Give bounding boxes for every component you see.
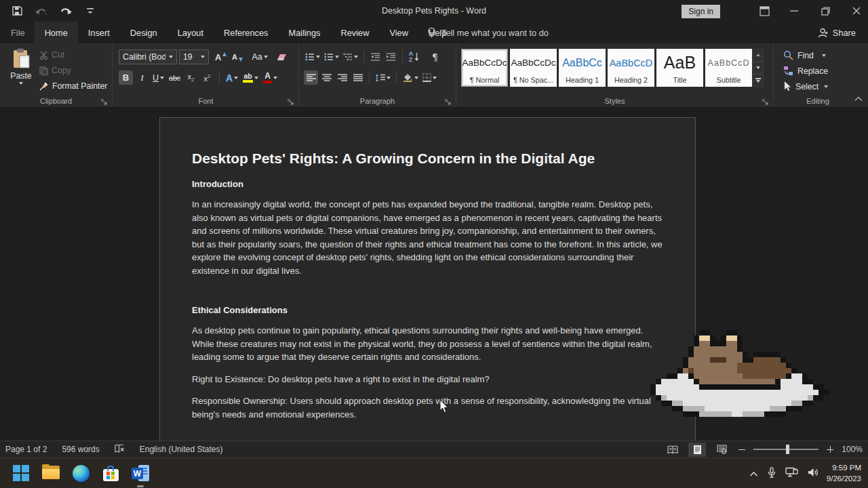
paragraph-dialog-launcher-icon[interactable]	[445, 96, 453, 104]
paste-button[interactable]: Paste	[7, 48, 35, 97]
clipboard-dialog-launcher-icon[interactable]	[101, 96, 109, 104]
italic-button[interactable]: I	[135, 70, 149, 85]
tab-references[interactable]: References	[214, 22, 278, 43]
web-layout-button[interactable]	[713, 443, 730, 457]
styles-group-label: Styles	[456, 97, 773, 105]
tell-me-box[interactable]: Tell me what you want to do	[427, 22, 549, 43]
style-normal[interactable]: AaBbCcDc ¶ Normal	[461, 49, 508, 87]
bullets-button[interactable]	[304, 49, 321, 64]
line-spacing-button[interactable]	[374, 70, 392, 85]
tab-review[interactable]: Review	[330, 22, 379, 43]
document-area[interactable]: Desktop Pets' Rights: A Growing Concern …	[0, 108, 868, 441]
file-explorer-icon[interactable]	[42, 464, 60, 482]
document-page[interactable]: Desktop Pets' Rights: A Growing Concern …	[159, 117, 696, 441]
align-left-button[interactable]	[304, 70, 318, 85]
zoom-slider[interactable]	[753, 449, 818, 450]
select-button[interactable]: Select	[783, 81, 828, 92]
style-subtitle[interactable]: AaBbCcD Subtitle	[705, 49, 752, 87]
sign-in-button[interactable]: Sign in	[682, 5, 720, 18]
clear-formatting-button[interactable]	[275, 50, 290, 64]
tab-file[interactable]: File	[1, 22, 35, 43]
justify-button[interactable]	[351, 70, 365, 85]
proofing-status-icon[interactable]	[115, 444, 125, 455]
text-effects-button[interactable]: A	[224, 70, 239, 85]
change-case-button[interactable]: Aa	[250, 50, 269, 64]
redo-icon[interactable]	[58, 3, 73, 18]
strikethrough-button[interactable]: abc	[167, 70, 182, 85]
clipboard-group: Paste Cut Copy Format Painter Clipboard	[0, 43, 113, 107]
tab-mailings[interactable]: Mailings	[279, 22, 331, 43]
find-button[interactable]: Find	[783, 50, 826, 60]
font-color-button[interactable]: A	[262, 70, 279, 85]
tab-layout[interactable]: Layout	[167, 22, 214, 43]
style-heading-1[interactable]: AaBbCc Heading 1	[559, 49, 606, 87]
font-dialog-launcher-icon[interactable]	[288, 96, 296, 104]
page-indicator[interactable]: Page 1 of 2	[5, 445, 47, 454]
volume-icon[interactable]	[808, 468, 819, 480]
desktop-pet-pixel-cat[interactable]	[650, 330, 829, 417]
zoom-percentage[interactable]: 100%	[842, 445, 863, 454]
styles-scroll-up-icon[interactable]	[753, 49, 764, 62]
align-right-button[interactable]	[335, 70, 349, 85]
network-icon[interactable]	[785, 467, 798, 480]
start-button[interactable]	[12, 464, 30, 482]
styles-gallery-expand-icon[interactable]	[753, 74, 764, 87]
copy-icon	[39, 66, 48, 75]
styles-scroll-down-icon[interactable]	[753, 62, 764, 75]
ribbon-display-options-icon[interactable]	[753, 0, 776, 22]
close-button[interactable]	[845, 0, 868, 22]
tab-view[interactable]: View	[379, 22, 418, 43]
format-painter-button[interactable]: Format Painter	[39, 80, 107, 92]
style-title[interactable]: AaB Title	[656, 49, 703, 87]
increase-indent-button[interactable]	[384, 49, 398, 64]
edge-browser-icon[interactable]	[72, 464, 90, 482]
style-no-spacing[interactable]: AaBbCcDc ¶ No Spac...	[510, 49, 557, 87]
active-app-indicator	[137, 485, 144, 487]
word-taskbar-icon[interactable]: W	[132, 464, 149, 482]
tab-home[interactable]: Home	[35, 22, 78, 43]
minimize-button[interactable]	[783, 0, 806, 22]
word-count[interactable]: 596 words	[62, 445, 99, 454]
replace-button[interactable]: Replace	[783, 66, 828, 76]
bold-button[interactable]: B	[119, 70, 133, 85]
borders-grid-icon	[422, 73, 431, 82]
microsoft-store-icon[interactable]	[102, 464, 119, 482]
paste-dropdown-arrow[interactable]	[19, 82, 23, 85]
share-button[interactable]: Share	[818, 22, 856, 43]
borders-button[interactable]	[421, 70, 438, 85]
decrease-indent-button[interactable]	[368, 49, 382, 64]
read-mode-button[interactable]	[664, 443, 682, 457]
font-name-combobox[interactable]: Calibri (Body	[119, 49, 177, 64]
show-paragraph-marks-button[interactable]: ¶	[428, 49, 442, 64]
language-indicator[interactable]: English (United States)	[140, 445, 223, 454]
tab-design[interactable]: Design	[120, 22, 167, 43]
multilevel-list-button[interactable]	[342, 49, 359, 64]
style-heading-2[interactable]: AaBbCcD Heading 2	[608, 49, 654, 87]
text-highlight-button[interactable]: ab	[241, 70, 260, 85]
underline-button[interactable]: U	[151, 70, 165, 85]
sort-button[interactable]: AZ	[407, 49, 421, 64]
restore-button[interactable]	[814, 0, 837, 22]
grow-font-button[interactable]: A	[214, 50, 228, 64]
numbering-button[interactable]	[323, 49, 340, 64]
subscript-button[interactable]: x2	[184, 70, 198, 85]
microphone-icon[interactable]	[768, 467, 776, 481]
superscript-button[interactable]: x2	[200, 70, 214, 85]
font-size-combobox[interactable]: 19	[179, 49, 209, 64]
align-center-button[interactable]	[319, 70, 334, 85]
collapse-ribbon-icon[interactable]	[854, 92, 863, 104]
zoom-out-icon[interactable]	[737, 445, 747, 454]
cut-label: Cut	[52, 50, 64, 60]
shrink-font-button[interactable]: A	[230, 50, 244, 64]
tray-chevron-icon[interactable]	[749, 468, 758, 480]
save-icon[interactable]	[9, 3, 24, 18]
zoom-in-icon[interactable]	[825, 445, 835, 454]
taskbar-clock[interactable]: 9:59 PM 9/26/2023	[827, 462, 861, 484]
styles-dialog-launcher-icon[interactable]	[762, 96, 770, 104]
print-layout-button[interactable]	[688, 443, 706, 457]
shading-button[interactable]	[401, 70, 420, 85]
font-name-value: Calibri (Body	[123, 52, 165, 62]
tab-insert[interactable]: Insert	[78, 22, 120, 43]
customize-quick-access-icon[interactable]	[83, 3, 98, 18]
zoom-slider-thumb[interactable]	[786, 445, 789, 454]
